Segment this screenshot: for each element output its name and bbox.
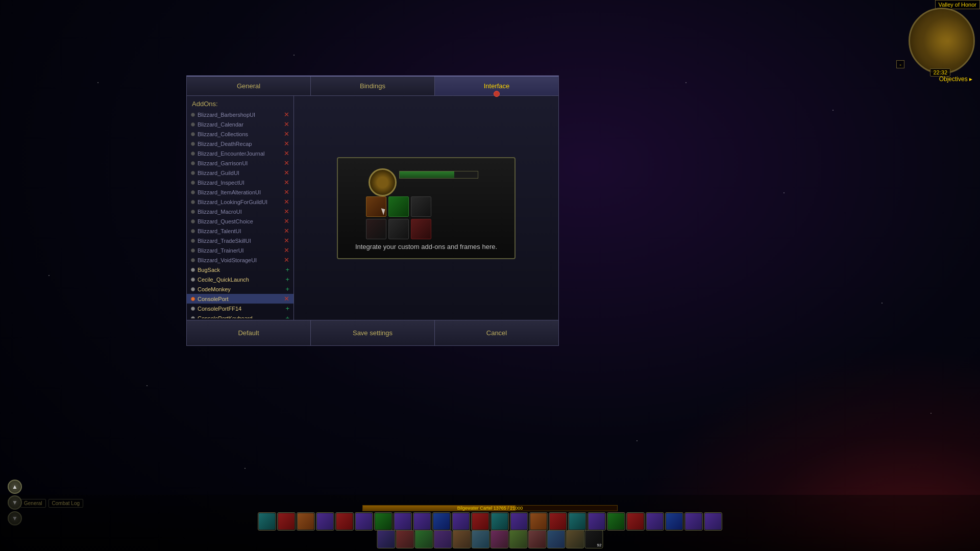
addon-status: ✕: [284, 246, 289, 254]
hotbar-slot[interactable]: [568, 512, 586, 531]
list-item[interactable]: BugSack +: [187, 265, 293, 274]
spell-slot[interactable]: [528, 530, 547, 548]
list-item[interactable]: Blizzard_QuestChoice ✕: [187, 216, 293, 226]
list-item[interactable]: CodeMonkey +: [187, 284, 293, 294]
hotbar-slot[interactable]: [646, 512, 664, 531]
list-item[interactable]: Blizzard_DeathRecap ✕: [187, 139, 293, 148]
hotbar-slot[interactable]: [510, 512, 528, 531]
spell-slot[interactable]: [491, 530, 509, 548]
spell-slot[interactable]: [396, 530, 414, 548]
hotbar-slot[interactable]: [665, 512, 683, 531]
dialog-body: AddOns: Blizzard_BarbershopUI ✕ Blizzard…: [187, 96, 558, 320]
addon-dot: [191, 297, 195, 301]
hotbar-slot[interactable]: [374, 512, 393, 531]
hotbar-slot[interactable]: [704, 512, 722, 531]
xp-bar: Bilgewater Cartel 13765 / 21000: [362, 505, 618, 511]
addon-status: ✕: [284, 179, 289, 186]
spell-slot[interactable]: [453, 530, 471, 548]
spell-slot[interactable]: [566, 530, 584, 548]
tab-bar: General Bindings Interface: [187, 77, 558, 96]
addon-status: +: [285, 276, 289, 283]
addons-list[interactable]: Blizzard_BarbershopUI ✕ Blizzard_Calenda…: [187, 110, 293, 318]
list-item[interactable]: Blizzard_VoidStorageUI ✕: [187, 255, 293, 265]
spell-slot[interactable]: [415, 530, 433, 548]
list-item[interactable]: Cecile_QuickLaunch +: [187, 274, 293, 284]
addon-status: ✕: [284, 130, 289, 138]
preview-health-bar: [399, 171, 478, 179]
list-item[interactable]: ConsolePortFF14 +: [187, 304, 293, 313]
default-button[interactable]: Default: [187, 320, 311, 345]
list-item[interactable]: Blizzard_TrainerUI ✕: [187, 245, 293, 255]
addon-dot: [191, 219, 195, 223]
hotbar-slot[interactable]: [394, 512, 412, 531]
addon-status: ✕: [284, 188, 289, 196]
list-item[interactable]: Blizzard_EncounterJournal ✕: [187, 148, 293, 158]
list-item[interactable]: Blizzard_GuildUI ✕: [187, 168, 293, 178]
preview-slot: [366, 219, 386, 239]
list-item[interactable]: Blizzard_TradeSkillUI ✕: [187, 236, 293, 245]
main-hotbar: [258, 512, 722, 531]
hotbar-slot[interactable]: [355, 512, 373, 531]
list-item[interactable]: Blizzard_Collections ✕: [187, 129, 293, 139]
list-item[interactable]: Blizzard_Calendar ✕: [187, 119, 293, 129]
addon-status: +: [285, 285, 289, 293]
hotbar-slot[interactable]: [316, 512, 334, 531]
addon-status: ✕: [284, 227, 289, 235]
spell-slot[interactable]: [434, 530, 452, 548]
hotbar-area: Bilgewater Cartel 13765 / 21000: [0, 495, 980, 551]
spell-slot[interactable]: [377, 530, 396, 548]
list-item[interactable]: Blizzard_ItemAlterationUI ✕: [187, 187, 293, 197]
hotbar-slot[interactable]: [335, 512, 354, 531]
spell-slot-bag[interactable]: 92: [585, 530, 603, 548]
slot-icon: [317, 513, 333, 530]
preview-slot: [388, 219, 409, 239]
hotbar-slot[interactable]: [491, 512, 509, 531]
slot-icon: [395, 513, 411, 530]
spell-slot[interactable]: [472, 530, 490, 548]
hotbar-slot[interactable]: [258, 512, 276, 531]
hotbar-slot[interactable]: [626, 512, 645, 531]
tab-general[interactable]: General: [187, 77, 311, 95]
list-item[interactable]: Blizzard_LookingForGuildUI ✕: [187, 197, 293, 207]
hotbar-slot[interactable]: [587, 512, 606, 531]
hotbar-slot[interactable]: [432, 512, 451, 531]
hotbar-slot[interactable]: [529, 512, 548, 531]
hotbar-slot[interactable]: [413, 512, 431, 531]
minimap-inner: [910, 9, 973, 72]
hotbar-slot[interactable]: [684, 512, 703, 531]
list-item[interactable]: Blizzard_MacroUI ✕: [187, 207, 293, 216]
addon-dot: [191, 132, 195, 136]
minimap-circle[interactable]: [909, 8, 975, 74]
hotbar-slot[interactable]: [607, 512, 625, 531]
slot-icon: [627, 513, 644, 530]
list-item-selected[interactable]: ConsolePort ✕: [187, 294, 293, 304]
hotbar-slot[interactable]: [452, 512, 470, 531]
slot-icon: [647, 513, 663, 530]
hotbar-slot[interactable]: [549, 512, 567, 531]
cancel-button[interactable]: Cancel: [435, 320, 558, 345]
hotbar-slot[interactable]: [277, 512, 296, 531]
tab-interface[interactable]: Interface: [435, 77, 558, 95]
save-settings-button[interactable]: Save settings: [311, 320, 435, 345]
list-item[interactable]: Blizzard_InspectUI ✕: [187, 178, 293, 187]
list-item[interactable]: Blizzard_TalentUI ✕: [187, 226, 293, 236]
addon-dot: [191, 248, 195, 253]
addon-status: ✕: [284, 169, 289, 177]
tab-bindings[interactable]: Bindings: [311, 77, 435, 95]
addons-label: AddOns:: [187, 96, 293, 110]
xp-text: Bilgewater Cartel 13765 / 21000: [457, 506, 523, 511]
list-item[interactable]: Blizzard_BarbershopUI ✕: [187, 110, 293, 119]
addon-status: +: [285, 305, 289, 312]
slot-icon: [589, 513, 605, 530]
spell-slot[interactable]: [547, 530, 566, 548]
minimap-clock: 22:32: [930, 68, 950, 77]
side-button-1[interactable]: ▲: [8, 480, 22, 494]
list-item[interactable]: ConsolePortKeyboard +: [187, 313, 293, 318]
hotbar-slot[interactable]: [297, 512, 315, 531]
spell-slot[interactable]: [509, 530, 528, 548]
addon-dot: [191, 200, 195, 204]
addon-preview-box: Integrate your custom add-ons and frames…: [337, 157, 516, 259]
list-item[interactable]: Blizzard_GarrisonUI ✕: [187, 158, 293, 168]
slot-icon: [666, 513, 682, 530]
hotbar-slot[interactable]: [471, 512, 489, 531]
